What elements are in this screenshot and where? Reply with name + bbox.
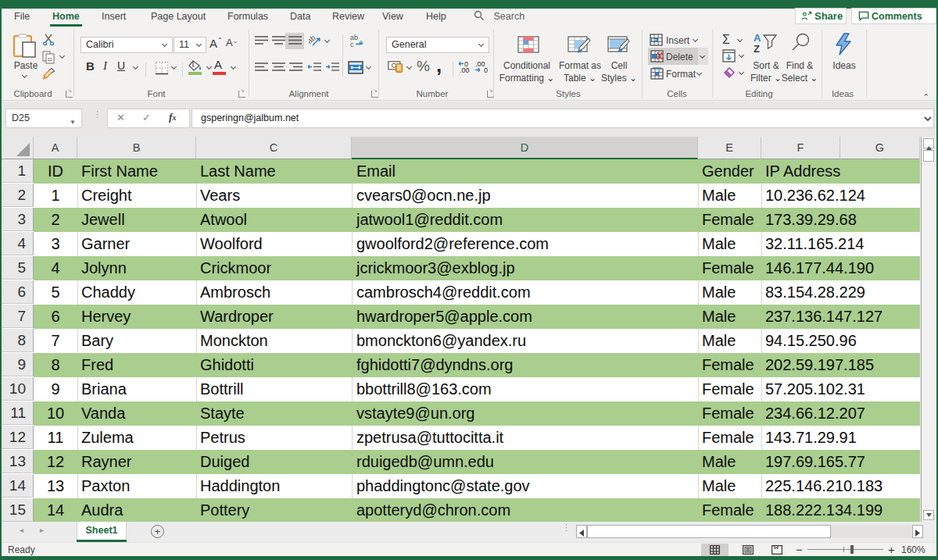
svg-text:.00: .00 bbox=[460, 66, 470, 73]
svg-text:A: A bbox=[754, 33, 761, 44]
svg-text:Z: Z bbox=[754, 43, 760, 55]
svg-text:c: c bbox=[350, 41, 354, 48]
svg-text:ab: ab bbox=[309, 34, 317, 45]
svg-text:0: 0 bbox=[484, 66, 488, 73]
